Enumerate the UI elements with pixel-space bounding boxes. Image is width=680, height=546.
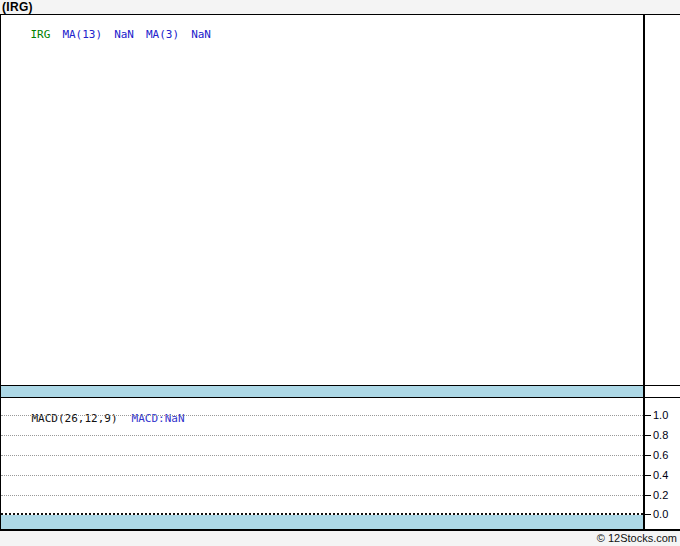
axis-tick [645,475,651,476]
chart-bottom-border [0,529,680,531]
grid-line-0-8 [1,435,643,436]
y-axis-label: 0.8 [653,428,680,442]
y-axis-line [643,14,645,531]
plot-background [1,15,680,529]
y-axis-label: 1.0 [653,408,680,422]
lower-axis-band [0,515,643,529]
grid-line-1-0 [1,415,643,416]
stock-chart-widget: (IRG) IRGMA(13)NaNMA(3)NaN MACD(26,12,9)… [0,0,680,546]
macd-indicator-label: MACD(26,12,9) [32,412,118,425]
legend-ma3-value: NaN [191,28,211,41]
macd-panel-top-border [0,397,680,398]
axis-tick [645,514,651,515]
price-legend: IRGMA(13)NaNMA(3)NaN [4,17,223,29]
chart-left-border [0,14,1,531]
chart-top-border [0,14,680,15]
axis-tick [645,495,651,496]
legend-symbol-irg: IRG [31,28,51,41]
watermark-credit: © 12Stocks.com [597,531,677,546]
legend-ma3-label: MA(3) [146,28,179,41]
y-axis-label: 0.4 [653,468,680,482]
axis-tick [645,415,651,416]
legend-ma13-value: NaN [114,28,134,41]
axis-tick [645,435,651,436]
y-axis-label: 0.6 [653,448,680,462]
macd-value-label: MACD:NaN [132,412,185,425]
upper-axis-band [0,386,643,397]
chart-title: (IRG) [2,0,33,14]
grid-line-0-2 [1,495,643,496]
legend-ma13-label: MA(13) [62,28,102,41]
grid-line-0-6 [1,455,643,456]
grid-line-0-4 [1,475,643,476]
y-axis-label: 0.2 [653,488,680,502]
axis-tick [645,455,651,456]
macd-legend: MACD(26,12,9)MACD:NaN [5,401,185,413]
y-axis-label: 0.0 [653,507,680,521]
